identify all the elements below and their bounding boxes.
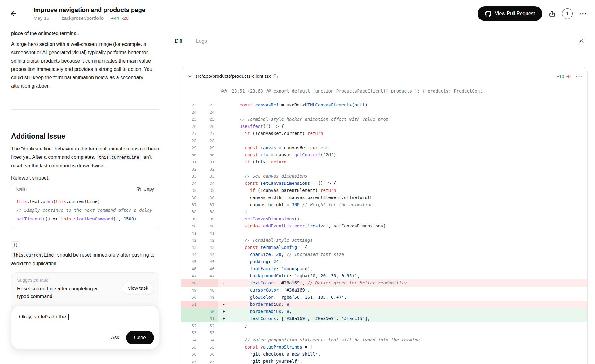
- suggested-task-label: Suggested task: [17, 278, 98, 283]
- tab-logs[interactable]: Logs: [196, 38, 207, 44]
- diff-line: 2626 useEffect(() => {: [181, 123, 587, 130]
- diff-line: 3737 canvas.height = 300 // Height for t…: [181, 201, 587, 208]
- diff-line: 4444 charSize: 20, // Increased font siz…: [181, 251, 587, 258]
- diff-line: 3939 setCanvasDimensions(): [181, 215, 587, 223]
- code-reference-chip[interactable]: {}: [11, 241, 20, 248]
- suggested-task-text: Reset currentLine after completing a typ…: [17, 285, 98, 300]
- chat-input-actions: Ask Code: [19, 331, 154, 344]
- snippet-label: Relevant snippet:: [11, 174, 159, 182]
- chevron-down-icon[interactable]: [185, 72, 194, 80]
- diff-line: 4646 fontFamily: 'monospace',: [181, 265, 587, 272]
- diff-panel: Diff Logs src/app/products/products-clie…: [172, 27, 595, 364]
- diff-line: 3333 // Set canvas dimensions: [181, 173, 587, 180]
- diff-line: 2828: [181, 137, 587, 144]
- main-split: place of the animated terminal. A large …: [0, 27, 595, 364]
- share-icon[interactable]: [549, 10, 556, 17]
- diff-line: 5454 // Value proposition statements tha…: [181, 336, 587, 344]
- diff-line: 3131 if (!ctx) return: [181, 158, 587, 166]
- tab-diff[interactable]: Diff: [175, 38, 182, 44]
- text-cursor: [68, 314, 69, 320]
- copy-icon: [137, 187, 141, 192]
- copy-path-icon[interactable]: [273, 74, 278, 79]
- diff-line: 3232: [181, 166, 587, 173]
- code-button[interactable]: Code: [126, 331, 154, 344]
- view-pull-request-label: View Pull Request: [495, 11, 535, 16]
- diff-line: 2727 if (!canvasRef.current) return: [181, 130, 587, 137]
- file-diff-stats: +10 -6 ⋯: [556, 73, 582, 80]
- diff-line: 4242 // Terminal-style settings: [181, 237, 587, 244]
- file-additions: +10: [556, 74, 564, 79]
- code-snippet-block: kotlin Copy this.text.push(this.currentL…: [11, 183, 159, 229]
- diff-line: 5656 'git checkout a new skill',: [181, 351, 587, 358]
- diff-line: 3636 canvas.width = canvas.parentElement…: [181, 194, 587, 201]
- session-date: May 16: [33, 15, 49, 21]
- diff-line: 4545 padding: 24,: [181, 258, 587, 265]
- view-task-button[interactable]: View task: [122, 282, 154, 294]
- code-snippet-header: kotlin Copy: [11, 183, 159, 193]
- diff-line: 4141: [181, 230, 587, 237]
- diff-lines: 2323 const canvasRef = useRef<HTMLCanvas…: [181, 102, 587, 364]
- assistant-text-clipped: place of the animated terminal.: [11, 29, 159, 37]
- arrow-left-icon: [10, 10, 18, 18]
- suggested-task-card: Suggested task Reset currentLine after c…: [11, 272, 159, 310]
- diff-line: 51+ textColors: ['#38a169', '#0ea5e9', '…: [181, 315, 587, 322]
- snippet-code-line: setTimeout(() => this.startNewCommand(),…: [16, 214, 154, 223]
- diff-file-card: src/app/products/products-client.tsx +10…: [181, 67, 588, 364]
- ask-button[interactable]: Ask: [105, 332, 125, 344]
- back-button[interactable]: [7, 7, 20, 20]
- issue-paragraph: The “duplicate line” behavior in the ter…: [11, 145, 159, 170]
- inline-code-current-line: this.currentLine: [97, 154, 141, 160]
- issue-heading: Additional Issue: [11, 132, 159, 141]
- reset-paragraph: this.currentLine should be reset immedia…: [11, 251, 159, 268]
- session-meta: May 16 zackproser/portfolio +44 -26: [33, 15, 145, 21]
- diff-line: 4040 window.addEventListener('resize', s…: [181, 223, 587, 230]
- copy-button[interactable]: Copy: [137, 187, 154, 192]
- assistant-paragraph: A large hero section with a well-chosen …: [11, 40, 159, 90]
- diff-line: 48- textColor: '#38a169', // Darker gree…: [181, 280, 587, 287]
- panel-tabs: Diff Logs: [175, 38, 588, 44]
- suggested-task-body: Suggested task Reset currentLine after c…: [17, 278, 98, 300]
- session-title-block: Improve navigation and products page May…: [33, 6, 145, 21]
- view-pull-request-button[interactable]: View Pull Request: [478, 6, 542, 21]
- snippet-code-line: this.text.push(this.currentLine): [16, 197, 154, 206]
- hunk-header: @@ -23,61 +23,63 @@ export default funct…: [181, 85, 587, 102]
- chat-panel: place of the animated terminal. A large …: [0, 27, 172, 364]
- page-title: Improve navigation and products page: [33, 6, 145, 14]
- diff-line: 5555 const valuePropStrings = [: [181, 344, 587, 351]
- snippet-code-lines: this.text.push(this.currentLine)// Simpl…: [11, 193, 159, 229]
- more-menu-icon[interactable]: ⋯: [579, 10, 587, 18]
- message-divider: [11, 109, 159, 110]
- file-deletions: -6: [566, 74, 571, 79]
- diff-line: 5353: [181, 329, 587, 336]
- deletions-count: -26: [121, 15, 128, 21]
- header: Improve navigation and products page May…: [0, 0, 595, 27]
- diff-line: 50+ borderRadius: 8,: [181, 308, 587, 315]
- close-icon[interactable]: [577, 37, 586, 45]
- github-icon: [485, 11, 491, 17]
- diff-line: 5049 glowColor: 'rgba(56, 161, 105, 0.4)…: [181, 294, 587, 301]
- diff-line: 2323 const canvasRef = useRef<HTMLCanvas…: [181, 102, 587, 109]
- file-path: src/app/products/products-client.tsx: [195, 73, 271, 79]
- diff-line: 51- borderRadius: 8: [181, 301, 587, 308]
- diff-line: 2525 // Terminal-style hacker animation …: [181, 116, 587, 123]
- app: Improve navigation and products page May…: [0, 0, 595, 364]
- diff-line: 2424: [181, 109, 587, 116]
- inline-code-current-line: this.currentLine: [11, 252, 56, 258]
- diff-file-header: src/app/products/products-client.tsx +10…: [181, 67, 587, 85]
- diff-line: 5757 'git push yourself',: [181, 358, 587, 364]
- chat-input[interactable]: Okay, so let's do the: [19, 314, 154, 320]
- code-language-label: kotlin: [16, 187, 27, 192]
- diff-line: 4948 cursorColor: '#38a169',: [181, 287, 587, 294]
- file-more-menu-icon[interactable]: ⋯: [575, 73, 582, 80]
- diff-line: 3030 const ctx = canvas.getContext('2d'): [181, 151, 587, 158]
- header-actions: View Pull Request 1 ⋯: [478, 6, 587, 21]
- diff-line: 3838 }: [181, 208, 587, 215]
- diff-line: 4343 const terminalConfig = {: [181, 244, 587, 251]
- diff-line: 2929 const canvas = canvasRef.current: [181, 144, 587, 151]
- session-count-badge[interactable]: 1: [562, 8, 573, 19]
- diff-line: 3434 const setCanvasDimensions = () => {: [181, 180, 587, 187]
- diff-line: 5252 }: [181, 322, 587, 329]
- diff-line: 4747 backgroundColor: 'rgba(20, 20, 30, …: [181, 272, 587, 280]
- additions-count: +44: [111, 15, 119, 21]
- copy-label: Copy: [143, 187, 154, 192]
